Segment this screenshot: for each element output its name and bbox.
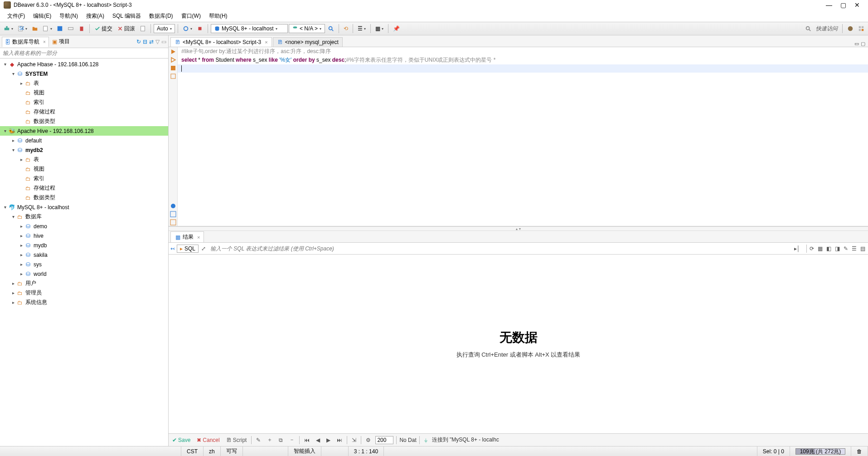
tree-node[interactable]: ▸⛁demo (0, 221, 168, 231)
tree-node-hbase[interactable]: ▾◆Apache Hbase - 192.168.106.128 (0, 59, 168, 69)
save-button[interactable] (55, 25, 65, 33)
refresh-button[interactable] (181, 25, 194, 33)
menu-edit[interactable]: 编辑(E) (29, 11, 55, 21)
commit-button[interactable]: 提交 (92, 24, 114, 34)
auto-commit-combo[interactable]: Auto (154, 24, 175, 33)
filter-tool-3[interactable]: ◧ (825, 245, 832, 252)
menu-database[interactable]: 数据库(D) (145, 11, 177, 21)
tree-node[interactable]: ▸⛁world (0, 269, 168, 279)
maximize-editor-button[interactable]: ▢ (861, 41, 865, 47)
rollback-button[interactable]: 回滚 (115, 24, 137, 34)
filter-tool-5[interactable]: ✎ (843, 245, 849, 252)
perspective-open[interactable] (856, 25, 866, 33)
menu-search[interactable]: 搜索(A) (82, 11, 108, 21)
sidebar-tab-project[interactable]: ▣ 项目 (49, 36, 73, 47)
tree-node[interactable]: 🗀索引 (0, 174, 168, 183)
delete-row-button[interactable]: － (287, 436, 296, 444)
close-button[interactable]: ✕ (854, 1, 860, 9)
status-memory[interactable]: 109兆 (共 272兆) (790, 446, 851, 456)
tree-node-mysql[interactable]: ▾🐬MySQL 8+ - localhost (0, 202, 168, 212)
tree-node[interactable]: 🗀数据类型 (0, 117, 168, 126)
panel-toggle-button-2[interactable] (170, 219, 177, 226)
sidebar-search-input[interactable] (0, 48, 168, 58)
menu-sql-editor[interactable]: SQL 编辑器 (109, 11, 145, 21)
tree-node-mysql-users[interactable]: ▸🗀用户 (0, 279, 168, 288)
gc-button[interactable]: 🗑 (851, 446, 868, 456)
maximize-button[interactable]: ▢ (840, 1, 846, 9)
tree-node[interactable]: 🗀存储过程 (0, 107, 168, 117)
tree-node-mysql-admin[interactable]: ▸🗀管理员 (0, 288, 168, 298)
next-page-button[interactable]: ▶ (325, 436, 332, 444)
edit-row-button[interactable]: ✎ (254, 436, 262, 444)
script-results-button[interactable]: 🖹Script (224, 436, 249, 444)
apply-filter-button[interactable]: ▸│ (793, 245, 801, 252)
export-button[interactable]: ⇲ (350, 436, 358, 444)
filter-tool-6[interactable]: ☰ (851, 245, 858, 252)
prev-page-button[interactable]: ◀ (314, 436, 322, 444)
expand-filter-button[interactable]: ⤢ (200, 245, 207, 252)
tree-node[interactable]: 🗀视图 (0, 164, 168, 174)
sidebar-link-button[interactable]: ⇄ (149, 39, 154, 45)
connection-combo[interactable]: MySQL 8+ - localhost (211, 24, 288, 33)
result-filter-input[interactable] (209, 245, 791, 253)
tree-node[interactable]: 🗀存储过程 (0, 183, 168, 193)
editor-tab-script[interactable]: 🖹 <MySQL 8+ - localhost> Script-3 × (170, 37, 272, 47)
tree-node[interactable]: 🗀视图 (0, 88, 168, 98)
tree-node[interactable]: ▸🗀表 (0, 78, 168, 88)
sidebar-refresh-button[interactable]: ↻ (136, 39, 141, 45)
tree-node-hive[interactable]: ▾🐝Apache Hive - 192.168.106.128 (0, 126, 168, 136)
explain-button[interactable] (170, 73, 177, 80)
tree-node-hive-default[interactable]: ▸⛁default (0, 136, 168, 145)
quick-access[interactable]: 快速访问 (814, 24, 839, 34)
duplicate-row-button[interactable]: ⧉ (277, 436, 285, 444)
tree-node[interactable]: ▸⛁mydb (0, 240, 168, 250)
new-connection-button[interactable] (2, 25, 15, 33)
filter-tool-4[interactable]: ◨ (834, 245, 841, 252)
minimize-editor-button[interactable]: ▭ (854, 41, 859, 47)
filter-tool-7[interactable]: ▤ (859, 245, 866, 252)
sql-filter-button[interactable]: ▸SQL (177, 245, 199, 253)
search-button[interactable] (326, 25, 336, 33)
tree-node[interactable]: ▸⛁hive (0, 231, 168, 240)
filter-back-button[interactable]: ↢ (170, 245, 175, 252)
rename-button[interactable] (66, 25, 76, 33)
menu-navigate[interactable]: 导航(N) (56, 11, 82, 21)
tree-node[interactable]: ▸⛁sakila (0, 250, 168, 260)
settings-icon[interactable] (170, 202, 177, 210)
list-button[interactable]: ☰ (356, 25, 368, 33)
tree-node[interactable]: 🗀数据类型 (0, 193, 168, 202)
menu-help[interactable]: 帮助(H) (205, 11, 231, 21)
tree-node-mysql-sysinfo[interactable]: ▸🗀系统信息 (0, 298, 168, 307)
panel-toggle-button[interactable] (170, 211, 177, 218)
close-icon[interactable]: × (43, 39, 46, 44)
pin-button[interactable]: 📌 (391, 25, 402, 33)
sidebar-collapse-button[interactable]: ⊟ (143, 39, 147, 45)
tree-node-hive-mydb2[interactable]: ▾⛁mydb2 (0, 145, 168, 155)
close-icon[interactable]: × (265, 39, 267, 45)
add-row-button[interactable]: ＋ (265, 436, 274, 444)
tree-node-mysql-databases[interactable]: ▾🗀数据库 (0, 212, 168, 221)
save-results-button[interactable]: ✔Save (170, 436, 192, 444)
last-page-button[interactable]: ⏭ (335, 436, 344, 444)
stop-button[interactable] (195, 25, 205, 33)
new-sql-editor-button[interactable]: SQL (16, 25, 29, 33)
cancel-results-button[interactable]: ✖Cancel (195, 436, 221, 444)
sidebar-filter-button[interactable]: ▽ (155, 39, 160, 45)
database-combo[interactable]: < N/A > (289, 24, 325, 33)
menu-file[interactable]: 文件(F) (4, 11, 29, 21)
open-button[interactable] (30, 25, 40, 33)
tree-node[interactable]: ▸⛁sys (0, 260, 168, 269)
horizontal-splitter[interactable]: ▴ ▾ (169, 226, 868, 231)
nav-back-button[interactable]: ⟲ (342, 25, 350, 33)
result-tab[interactable]: ▦ 结果 × (170, 231, 204, 242)
sidebar-minimize-button[interactable]: ▭ (161, 39, 166, 45)
first-page-button[interactable]: ⏮ (302, 436, 311, 444)
page-size-input[interactable] (375, 436, 393, 444)
recent-button[interactable] (41, 25, 54, 33)
tree-node-hbase-system[interactable]: ▾⛁SYSTEM (0, 69, 168, 78)
quick-access-search-icon[interactable] (803, 25, 813, 33)
code-area[interactable]: #like子句,order by:通过某个列进行排序，asc:升序，desc:降… (178, 47, 868, 226)
tree-node[interactable]: 🗀索引 (0, 98, 168, 107)
grid-button[interactable]: ▦ (373, 25, 385, 33)
perspective-dbeaver[interactable] (845, 25, 855, 33)
